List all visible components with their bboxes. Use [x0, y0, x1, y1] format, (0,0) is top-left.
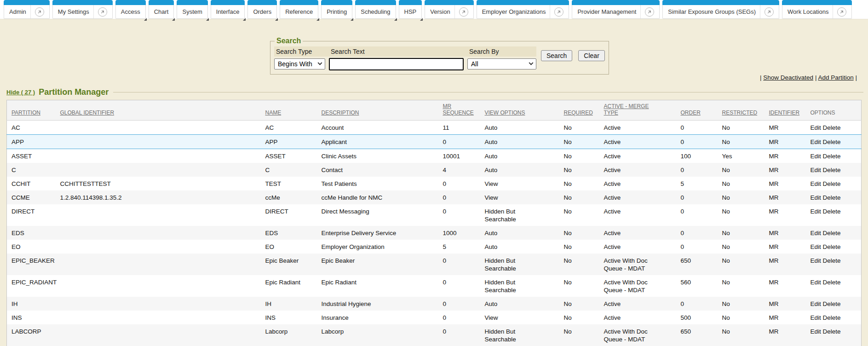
table-row-labcorp[interactable]: LABCORPLabcorpLabcorp0Hidden But Searcha… — [7, 324, 862, 346]
column-header-order[interactable]: ORDER — [676, 100, 718, 121]
edit-link[interactable]: Edit — [811, 243, 821, 250]
delete-link[interactable]: Delete — [823, 257, 841, 264]
tab-employer-organizations[interactable]: Employer Organizations — [477, 0, 569, 19]
edit-link[interactable]: Edit — [811, 124, 821, 131]
table-row-epic-radiant[interactable]: EPIC_RADIANTEpic RadiantEpic Radiant0Hid… — [7, 275, 862, 297]
delete-link[interactable]: Delete — [823, 124, 841, 131]
table-row-direct[interactable]: DIRECTDIRECTDirect Messaging0Hidden But … — [7, 204, 862, 226]
search-type-select[interactable]: Begins With — [274, 58, 325, 69]
column-header-required[interactable]: REQUIRED — [559, 100, 599, 121]
column-header-label[interactable]: ORDER — [681, 110, 701, 116]
tab-version[interactable]: Version — [425, 0, 473, 19]
edit-link[interactable]: Edit — [811, 153, 821, 160]
column-header-label[interactable]: NAME — [265, 110, 282, 116]
column-header-label[interactable]: RESTRICTED — [722, 110, 758, 116]
column-header-label[interactable]: REQUIRED — [564, 110, 593, 116]
column-header-label[interactable]: GLOBAL IDENTIFIER — [60, 110, 115, 116]
column-header-partition[interactable]: PARTITION — [7, 100, 56, 121]
show-deactivated-link[interactable]: Show Deactivated — [763, 74, 813, 81]
add-partition-link[interactable]: Add Partition — [818, 74, 853, 81]
column-header-label[interactable]: PARTITION — [11, 110, 40, 116]
search-by-select[interactable]: All — [467, 58, 536, 69]
tab-accent-bar — [399, 0, 422, 5]
delete-link[interactable]: Delete — [823, 138, 841, 145]
tab-orders[interactable]: Orders — [247, 0, 277, 19]
cell-value: Auto — [485, 124, 498, 132]
table-row-c[interactable]: CCContact4AutoNoActive0NoMREdit Delete — [7, 163, 862, 177]
delete-link[interactable]: Delete — [823, 279, 841, 286]
edit-link[interactable]: Edit — [811, 300, 821, 307]
open-in-new-icon[interactable] — [554, 7, 563, 17]
delete-link[interactable]: Delete — [823, 243, 841, 250]
column-header-label[interactable]: IDENTIFIER — [769, 110, 800, 116]
delete-link[interactable]: Delete — [823, 180, 841, 187]
hide-toggle-link[interactable]: Hide ( 27 ) — [6, 89, 35, 96]
cell-mr_sequence: 0 — [438, 275, 480, 297]
cell-name: ASSET — [261, 149, 317, 163]
table-row-eo[interactable]: EOEOEmployer Organization5AutoNoActive0N… — [7, 240, 862, 254]
tab-hsp[interactable]: HSP — [399, 0, 422, 19]
edit-link[interactable]: Edit — [811, 194, 821, 201]
table-row-app[interactable]: APPAPPApplicant0AutoNoActive0NoMREdit De… — [7, 135, 862, 149]
column-header-restricted[interactable]: RESTRICTED — [718, 100, 765, 121]
column-header-name[interactable]: NAME — [261, 100, 317, 121]
delete-link[interactable]: Delete — [823, 153, 841, 160]
delete-link[interactable]: Delete — [823, 328, 841, 335]
delete-link[interactable]: Delete — [823, 230, 841, 236]
edit-link[interactable]: Edit — [811, 180, 821, 187]
table-row-ac[interactable]: ACACAccount11AutoNoActive0NoMREdit Delet… — [7, 121, 862, 135]
column-header-label[interactable]: ACTIVE - MERGE TYPE — [604, 103, 649, 116]
tab-interface[interactable]: Interface — [211, 0, 245, 19]
column-header-active_merge_type[interactable]: ACTIVE - MERGE TYPE — [599, 100, 676, 121]
table-row-epic-beaker[interactable]: EPIC_BEAKEREpic BeakerEpic Beaker0Hidden… — [7, 254, 862, 275]
edit-link[interactable]: Edit — [811, 279, 821, 286]
search-button[interactable]: Search — [541, 50, 572, 61]
delete-link[interactable]: Delete — [823, 167, 841, 173]
tab-chart[interactable]: Chart — [149, 0, 174, 19]
table-row-ih[interactable]: IHIHIndustrial Hygiene0AutoNoActive0NoMR… — [7, 297, 862, 311]
edit-link[interactable]: Edit — [811, 167, 821, 173]
column-header-description[interactable]: DESCRIPTION — [317, 100, 438, 121]
tab-admin[interactable]: Admin — [4, 0, 50, 19]
clear-button[interactable]: Clear — [578, 50, 604, 61]
tab-provider-management[interactable]: Provider Management — [572, 0, 660, 19]
delete-link[interactable]: Delete — [823, 194, 841, 201]
cell-view_options: View — [480, 311, 559, 324]
table-row-eds[interactable]: EDSEDSEnterprise Delivery Service1000Aut… — [7, 226, 862, 240]
tab-scheduling[interactable]: Scheduling — [355, 0, 396, 19]
tab-printing[interactable]: Printing — [321, 0, 352, 19]
table-row-ccme[interactable]: CCME1.2.840.114398.1.35.2ccMeccMe Handle… — [7, 190, 862, 204]
open-in-new-icon[interactable] — [765, 7, 774, 17]
table-row-asset[interactable]: ASSETASSETClinic Assets10001AutoNoActive… — [7, 149, 862, 163]
delete-link[interactable]: Delete — [823, 300, 841, 307]
tab-system[interactable]: System — [177, 0, 207, 19]
table-row-ins[interactable]: INSINSInsurance0ViewNoActive500NoMREdit … — [7, 311, 862, 324]
tab-reference[interactable]: Reference — [280, 0, 318, 19]
column-header-global_identifier[interactable]: GLOBAL IDENTIFIER — [56, 100, 261, 121]
edit-link[interactable]: Edit — [811, 230, 821, 236]
tab-access[interactable]: Access — [115, 0, 146, 19]
column-header-label[interactable]: VIEW OPTIONS — [485, 110, 525, 116]
edit-link[interactable]: Edit — [811, 138, 821, 145]
search-text-input[interactable] — [329, 58, 464, 70]
edit-link[interactable]: Edit — [811, 314, 821, 321]
open-in-new-icon[interactable] — [35, 7, 44, 17]
edit-link[interactable]: Edit — [811, 257, 821, 264]
tab-similar-exposure-groups-segs[interactable]: Similar Exposure Groups (SEGs) — [662, 0, 779, 19]
delete-link[interactable]: Delete — [823, 208, 841, 215]
open-in-new-icon[interactable] — [98, 7, 107, 17]
column-header-view_options[interactable]: VIEW OPTIONS — [480, 100, 559, 121]
open-in-new-icon[interactable] — [645, 7, 654, 17]
column-header-label[interactable]: DESCRIPTION — [322, 110, 359, 116]
tab-my-settings[interactable]: My Settings — [52, 0, 113, 19]
column-header-mr_sequence[interactable]: MR SEQUENCE — [438, 100, 480, 121]
edit-link[interactable]: Edit — [811, 328, 821, 335]
open-in-new-icon[interactable] — [459, 7, 468, 17]
column-header-label[interactable]: MR SEQUENCE — [443, 103, 474, 116]
table-row-cchit[interactable]: CCHITCCHITTESTTESTTESTTest Patients0View… — [7, 177, 862, 190]
column-header-identifier[interactable]: IDENTIFIER — [765, 100, 806, 121]
delete-link[interactable]: Delete — [823, 314, 841, 321]
open-in-new-icon[interactable] — [837, 7, 846, 17]
edit-link[interactable]: Edit — [811, 208, 821, 215]
tab-work-locations[interactable]: Work Locations — [782, 0, 852, 19]
